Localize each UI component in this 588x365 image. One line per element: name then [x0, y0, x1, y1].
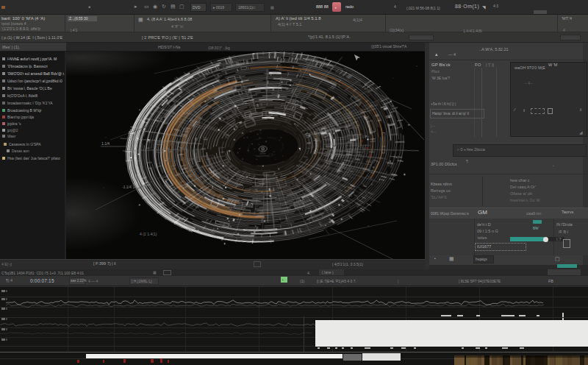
- svg-text:4 (1´1.4(1): 4 (1´1.4(1): [140, 232, 157, 236]
- svg-text:1.1/4: 1.1/4: [101, 141, 110, 146]
- svg-text:-1.1/4´1—: -1.1/4´1—: [122, 185, 138, 189]
